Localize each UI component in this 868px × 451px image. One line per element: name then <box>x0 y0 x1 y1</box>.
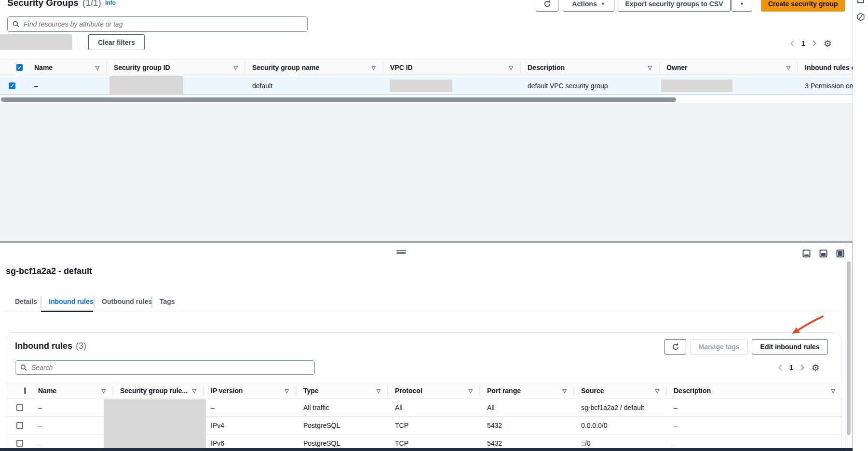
resources-search[interactable] <box>7 16 308 32</box>
edit-inbound-rules-label: Edit inbound rules <box>760 343 820 351</box>
page-number[interactable]: 1 <box>789 364 793 371</box>
filter-icon[interactable]: ▽ <box>377 388 380 394</box>
inbound-rules-count: (3) <box>76 341 86 351</box>
column-header-description[interactable]: Description▽ <box>520 59 659 76</box>
filter-icon[interactable]: ▽ <box>234 65 238 71</box>
tabs-bottom-border <box>6 312 841 312</box>
tab-divider <box>41 296 41 308</box>
cell-port-range: All <box>479 404 573 411</box>
cell-port-range: 5432 <box>479 439 573 447</box>
redacted-owner <box>661 80 732 92</box>
rules-pagination: 1 ⚙ <box>778 362 820 373</box>
cell-type: All traffic <box>296 404 387 411</box>
row-checkbox[interactable] <box>16 440 23 447</box>
resources-search-input[interactable] <box>24 20 302 28</box>
vertical-scrollbar[interactable] <box>847 261 851 435</box>
manage-tags-button[interactable]: Manage tags <box>690 339 748 355</box>
rules-refresh-button[interactable] <box>665 339 686 355</box>
amazon-q-icon[interactable] <box>856 13 865 21</box>
tab-details[interactable]: Details <box>15 298 37 305</box>
filter-icon[interactable]: ▽ <box>655 388 659 394</box>
actions-button[interactable]: Actions ▼ <box>563 0 614 12</box>
previous-page-icon[interactable] <box>778 364 783 371</box>
tab-inbound-rules[interactable]: Inbound rules <box>49 298 94 305</box>
create-security-group-button[interactable]: Create security group <box>761 0 845 12</box>
side-panel-icon[interactable] <box>857 0 865 3</box>
rules-table-header: Name▽ Security group rule...▽ IP version… <box>6 383 842 399</box>
cell-protocol: TCP <box>387 422 479 429</box>
cell-name: – <box>30 404 112 411</box>
filter-icon[interactable]: ▽ <box>192 388 196 394</box>
cell-protocol: All <box>387 404 479 411</box>
next-page-icon[interactable] <box>812 40 817 47</box>
panel-bottom-half-icon[interactable] <box>819 249 827 258</box>
column-header-sg-rule-id[interactable]: Security group rule...▽ <box>112 383 203 398</box>
cell-type: PostgreSQL <box>296 422 387 429</box>
row-checkbox[interactable] <box>16 404 23 411</box>
cell-ip-version: IPv6 <box>203 439 296 447</box>
tab-tags[interactable]: Tags <box>160 298 175 305</box>
cell-source: ::/0 <box>573 439 666 447</box>
info-link[interactable]: Info <box>105 0 116 6</box>
annotation-arrow <box>781 313 834 342</box>
previous-page-icon[interactable] <box>790 40 795 47</box>
cell-description: default VPC security group <box>520 82 659 90</box>
select-all-checkbox[interactable]: ✓ <box>16 64 23 71</box>
filter-icon[interactable]: ▽ <box>372 65 376 71</box>
column-header-source[interactable]: Source▽ <box>573 383 666 398</box>
filter-icon[interactable]: ▽ <box>95 65 99 71</box>
column-header-name[interactable]: Name▽ <box>27 59 106 76</box>
horizontal-scrollbar[interactable] <box>1 97 676 102</box>
cell-source: sg-bcf1a2a2 / default <box>573 404 666 411</box>
filter-icon[interactable]: ▽ <box>102 388 106 394</box>
filter-icon[interactable]: ▽ <box>469 388 473 394</box>
preferences-gear-icon[interactable]: ⚙ <box>824 39 832 48</box>
panel-full-icon[interactable] <box>836 249 844 258</box>
column-header-sg-name[interactable]: Security group name▽ <box>244 59 382 76</box>
refresh-button[interactable] <box>536 0 558 12</box>
row-checkbox[interactable] <box>16 422 23 429</box>
search-icon <box>13 21 20 28</box>
filter-icon[interactable]: ▽ <box>787 65 790 71</box>
column-header-type[interactable]: Type▽ <box>296 383 387 398</box>
redacted-sg-rule-ids <box>104 399 206 451</box>
page-number[interactable]: 1 <box>801 40 805 47</box>
select-all-checkbox[interactable] <box>24 387 26 394</box>
tab-divider <box>94 296 95 308</box>
column-header-vpc-id[interactable]: VPC ID▽ <box>382 59 520 76</box>
cell-ip-version: – <box>203 404 296 411</box>
preferences-gear-icon[interactable]: ⚙ <box>812 363 820 372</box>
export-dropdown-button[interactable]: ▼ <box>732 0 752 12</box>
next-page-icon[interactable] <box>800 364 805 371</box>
clear-filters-button[interactable]: Clear filters <box>88 34 145 50</box>
page-title: Security Groups <box>7 0 79 8</box>
cell-name: – <box>27 82 106 90</box>
column-header-ip-version[interactable]: IP version▽ <box>203 383 296 398</box>
filter-icon[interactable]: ▽ <box>285 388 289 394</box>
column-header-sg-id[interactable]: Security group ID▽ <box>106 59 244 76</box>
filter-icon[interactable]: ▽ <box>509 65 513 71</box>
filter-icon[interactable]: ▽ <box>831 388 835 394</box>
tab-outbound-rules[interactable]: Outbound rules <box>102 298 152 305</box>
column-header-port-range[interactable]: Port range▽ <box>479 383 573 398</box>
inbound-rules-heading: Inbound rules (3) <box>15 341 86 351</box>
column-header-owner[interactable]: Owner▽ <box>659 59 797 76</box>
column-header-inbound-rules-count[interactable]: Inbound rules count <box>797 59 853 76</box>
empty-area <box>0 103 853 241</box>
cell-port-range: 5432 <box>479 422 573 429</box>
row-checkbox[interactable]: ✓ <box>9 82 15 89</box>
column-header-protocol[interactable]: Protocol▽ <box>387 383 479 398</box>
column-header-name[interactable]: Name▽ <box>30 383 112 398</box>
inbound-rules-title: Inbound rules <box>15 341 72 351</box>
panel-bottom-small-icon[interactable] <box>802 249 811 258</box>
rules-search[interactable] <box>15 360 315 375</box>
export-csv-button[interactable]: Export security groups to CSV <box>618 0 731 12</box>
row-checkbox-cell <box>6 440 30 447</box>
rules-search-input[interactable] <box>31 364 310 371</box>
split-panel-drag-handle[interactable] <box>396 250 406 254</box>
page-count: (1/1) <box>82 0 101 8</box>
filter-icon[interactable]: ▽ <box>563 388 567 394</box>
filter-icon[interactable]: ▽ <box>648 65 652 71</box>
split-panel-divider[interactable] <box>0 241 853 243</box>
column-header-description[interactable]: Description▽ <box>666 383 842 398</box>
